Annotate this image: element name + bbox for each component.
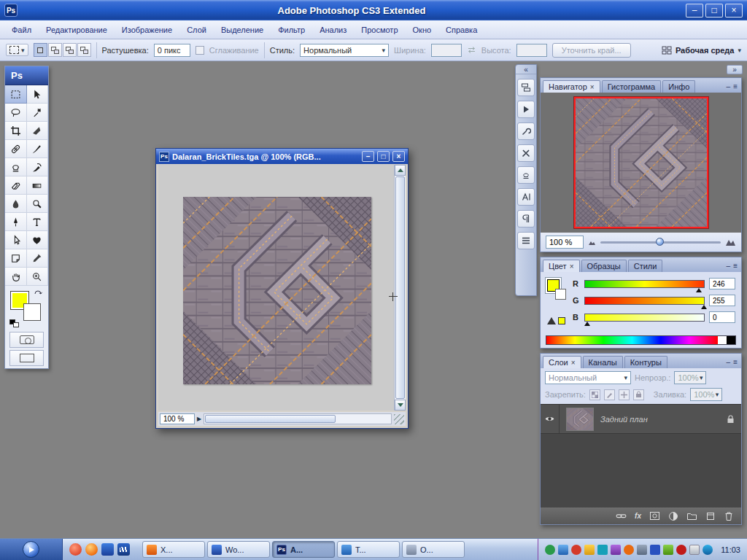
- slice-tool[interactable]: [27, 122, 49, 140]
- feather-input[interactable]: 0 пикс: [154, 44, 190, 57]
- menu-view[interactable]: Просмотр: [354, 22, 405, 38]
- dodge-tool[interactable]: [27, 195, 49, 213]
- scroll-down-icon[interactable]: [395, 400, 406, 411]
- antialias-checkbox[interactable]: [196, 46, 204, 55]
- horizontal-scrollbar[interactable]: [204, 413, 392, 424]
- new-selection-button[interactable]: [34, 43, 47, 57]
- tab-layers[interactable]: Слои×: [543, 356, 581, 368]
- dock-tool-presets-icon[interactable]: [517, 122, 535, 140]
- app-titlebar[interactable]: Ps Adobe Photoshop CS3 Extended – □ ×: [0, 0, 747, 20]
- intersect-selection-button[interactable]: [77, 43, 91, 57]
- blue-channel-slider[interactable]: [584, 314, 705, 322]
- navigator-preview[interactable]: [574, 97, 708, 228]
- type-tool[interactable]: [27, 213, 49, 231]
- tab-paths[interactable]: Контуры: [624, 356, 667, 368]
- layer-name[interactable]: Задний план: [600, 415, 727, 424]
- zoom-tool[interactable]: [27, 268, 49, 286]
- doc-maximize-button[interactable]: □: [377, 151, 390, 162]
- layer-visibility-toggle[interactable]: [541, 405, 560, 433]
- clone-stamp-tool[interactable]: [5, 158, 27, 176]
- red-channel-input[interactable]: 246: [709, 278, 735, 289]
- style-select[interactable]: Нормальный ▾: [300, 44, 389, 57]
- tab-histogram[interactable]: Гистограмма: [602, 80, 662, 93]
- tab-info[interactable]: Инфо: [662, 80, 695, 93]
- color-background-swatch[interactable]: [555, 289, 566, 300]
- menu-layer[interactable]: Слой: [179, 22, 214, 38]
- blue-channel-input[interactable]: 0: [709, 311, 735, 323]
- status-menu-arrow-icon[interactable]: ▶: [197, 416, 201, 422]
- tray-icon-8[interactable]: [637, 545, 647, 555]
- menu-file[interactable]: Файл: [4, 22, 39, 38]
- dock-actions-icon[interactable]: [517, 101, 535, 118]
- panel-menu-icon[interactable]: ≡: [733, 82, 738, 90]
- document-titlebar[interactable]: Ps Dalaran_BrickTiles.tga @ 100% (RGB...…: [156, 149, 408, 164]
- eyedropper-tool[interactable]: [27, 249, 49, 268]
- quick-mask-button[interactable]: [9, 332, 44, 348]
- document-canvas-image[interactable]: [183, 197, 371, 384]
- panel-collapse-icon[interactable]: –: [727, 82, 731, 90]
- tray-icon-9[interactable]: [650, 545, 660, 555]
- doc-close-button[interactable]: ×: [392, 151, 405, 162]
- gamut-warning[interactable]: [547, 317, 565, 324]
- pen-tool[interactable]: [5, 213, 27, 231]
- opacity-input[interactable]: 100%▾: [674, 371, 706, 384]
- task-button-5[interactable]: О...: [402, 541, 465, 558]
- tab-navigator[interactable]: Навигатор×: [543, 80, 600, 93]
- navigator-zoom-input[interactable]: 100 %: [546, 236, 584, 249]
- crop-tool[interactable]: [5, 122, 27, 140]
- tray-icon-5[interactable]: [597, 545, 608, 555]
- notes-tool[interactable]: [5, 249, 27, 268]
- task-button-photoshop[interactable]: PsА...: [272, 541, 335, 558]
- task-button-2[interactable]: Wo...: [207, 541, 270, 558]
- panel-collapse-icon[interactable]: –: [727, 262, 731, 270]
- dock-brushes-icon[interactable]: [517, 144, 535, 162]
- width-input[interactable]: [431, 44, 462, 57]
- swap-dimensions-icon[interactable]: [467, 45, 476, 55]
- screen-mode-button[interactable]: [9, 350, 44, 366]
- vertical-scroll-thumb[interactable]: [395, 176, 405, 399]
- tab-channels[interactable]: Каналы: [583, 356, 623, 368]
- dock-clone-source-icon[interactable]: [517, 166, 535, 184]
- tray-icon-7[interactable]: [624, 545, 634, 555]
- panel-collapse-icon[interactable]: –: [727, 358, 731, 366]
- refine-edge-button[interactable]: Уточнить край...: [552, 43, 631, 58]
- custom-shape-tool[interactable]: [27, 231, 49, 249]
- new-layer-button[interactable]: [705, 511, 716, 521]
- horizontal-scroll-thumb[interactable]: [205, 415, 336, 423]
- close-tab-icon[interactable]: ×: [590, 83, 595, 91]
- zoom-input[interactable]: 100 %: [160, 413, 195, 424]
- close-button[interactable]: ×: [725, 4, 743, 18]
- move-tool[interactable]: [27, 85, 49, 104]
- lasso-tool[interactable]: [5, 104, 27, 122]
- tray-icon-13[interactable]: [703, 545, 713, 555]
- task-button-4[interactable]: Т...: [337, 541, 400, 558]
- quick-launch-icon-3[interactable]: [101, 543, 114, 556]
- workspace-control[interactable]: Рабочая среда ▾: [662, 46, 741, 55]
- healing-brush-tool[interactable]: [5, 140, 27, 158]
- tray-icon-1[interactable]: [545, 545, 555, 555]
- tab-styles[interactable]: Стили: [628, 260, 663, 272]
- red-channel-slider[interactable]: [584, 280, 705, 288]
- slider-thumb[interactable]: [584, 322, 590, 326]
- path-selection-tool[interactable]: [5, 231, 27, 249]
- history-brush-tool[interactable]: [27, 158, 49, 176]
- menu-image[interactable]: Изображение: [115, 22, 179, 38]
- panel-menu-icon[interactable]: ≡: [733, 262, 738, 270]
- tray-icon-4[interactable]: [584, 545, 595, 555]
- lock-transparency-icon[interactable]: [589, 389, 600, 400]
- tray-icon-2[interactable]: [558, 545, 568, 555]
- close-tab-icon[interactable]: ×: [571, 359, 576, 367]
- default-colors-icon[interactable]: [9, 319, 20, 328]
- hand-tool[interactable]: [5, 268, 27, 286]
- color-spectrum-ramp[interactable]: [546, 335, 736, 345]
- menu-window[interactable]: Окно: [406, 22, 439, 38]
- navigator-zoom-slider[interactable]: [600, 241, 721, 244]
- delete-layer-button[interactable]: [724, 511, 734, 521]
- tray-icon-11[interactable]: [676, 545, 686, 555]
- zoom-in-mountain-icon[interactable]: [725, 238, 736, 246]
- lock-position-icon[interactable]: [619, 389, 630, 400]
- slider-thumb[interactable]: [656, 238, 664, 246]
- layer-thumbnail[interactable]: [566, 408, 594, 431]
- dock-collapse-right-button[interactable]: »: [727, 65, 743, 74]
- vertical-scrollbar[interactable]: [394, 165, 406, 411]
